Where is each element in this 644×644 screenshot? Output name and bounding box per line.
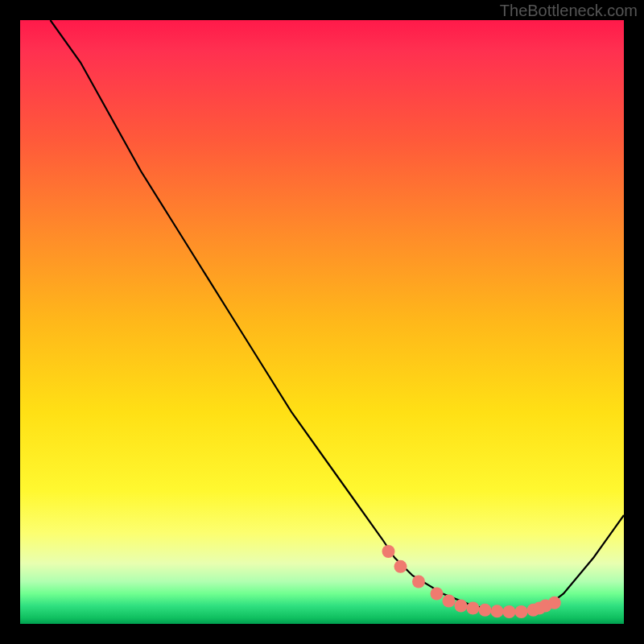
highlight-dot (382, 545, 395, 558)
bottleneck-chart (20, 20, 624, 624)
highlight-dot (394, 560, 407, 573)
highlight-dot (412, 576, 425, 588)
highlight-dot (491, 605, 504, 617)
highlight-dots-group (382, 545, 561, 618)
highlight-dot (467, 602, 480, 615)
highlight-dot (479, 604, 492, 617)
highlight-dot (515, 605, 528, 618)
highlight-dot (548, 597, 561, 609)
highlight-dot (503, 605, 516, 618)
bottleneck-curve-line (51, 20, 625, 612)
watermark-text: TheBottleneck.com (500, 2, 638, 20)
highlight-dot (455, 600, 468, 613)
highlight-dot (431, 588, 444, 601)
highlight-dot (443, 595, 456, 608)
